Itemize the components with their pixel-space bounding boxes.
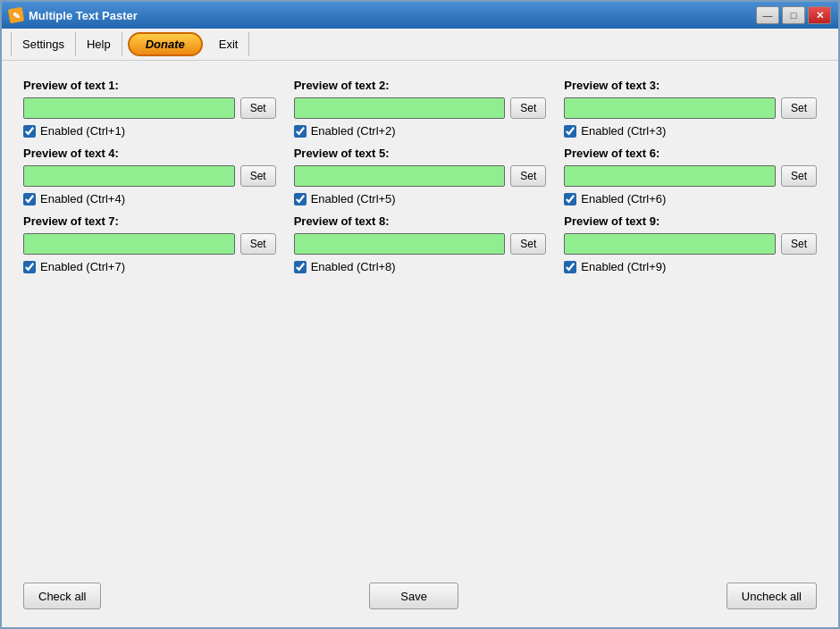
set-button-4[interactable]: Set: [240, 165, 276, 187]
preview-input-4[interactable]: [23, 165, 235, 187]
text-slot-9: Preview of text 9: Set Enabled (Ctrl+9): [564, 214, 817, 273]
save-button[interactable]: Save: [369, 583, 458, 609]
title-bar-left: ✎ Multiple Text Paster: [9, 8, 138, 22]
set-button-2[interactable]: Set: [510, 97, 546, 119]
menu-exit[interactable]: Exit: [208, 32, 250, 56]
set-button-3[interactable]: Set: [781, 97, 817, 119]
app-icon: ✎: [8, 7, 25, 24]
text-slot-5: Preview of text 5: Set Enabled (Ctrl+5): [294, 147, 547, 205]
slot-row-2: Set: [294, 97, 547, 119]
slot-label-4: Preview of text 4:: [23, 147, 276, 160]
slot-row-6: Set: [564, 165, 817, 187]
checkbox-row-7: Enabled (Ctrl+7): [23, 260, 276, 273]
checkbox-row-1: Enabled (Ctrl+1): [23, 124, 276, 138]
checkbox-row-9: Enabled (Ctrl+9): [564, 260, 817, 273]
enabled-checkbox-8[interactable]: [294, 261, 307, 273]
window-title: Multiple Text Paster: [29, 9, 138, 22]
bottom-center: Save: [101, 583, 726, 609]
enabled-checkbox-3[interactable]: [564, 125, 576, 138]
set-button-1[interactable]: Set: [240, 97, 276, 119]
text-slot-7: Preview of text 7: Set Enabled (Ctrl+7): [23, 214, 276, 273]
menu-donate[interactable]: Donate: [128, 32, 203, 56]
maximize-button[interactable]: □: [782, 6, 805, 24]
bottom-bar: Check all Save Uncheck all: [2, 574, 838, 627]
set-button-7[interactable]: Set: [240, 233, 276, 255]
set-button-9[interactable]: Set: [781, 233, 817, 255]
set-button-8[interactable]: Set: [510, 233, 546, 255]
enabled-checkbox-1[interactable]: [23, 125, 36, 138]
title-bar-buttons: — □ ✕: [756, 6, 831, 24]
enabled-label-2: Enabled (Ctrl+2): [311, 124, 396, 138]
checkbox-row-8: Enabled (Ctrl+8): [294, 260, 547, 273]
enabled-checkbox-5[interactable]: [294, 193, 307, 205]
slot-label-5: Preview of text 5:: [294, 147, 547, 160]
preview-input-6[interactable]: [564, 165, 776, 187]
text-slot-8: Preview of text 8: Set Enabled (Ctrl+8): [294, 214, 547, 273]
uncheck-all-button[interactable]: Uncheck all: [727, 583, 817, 609]
slot-label-3: Preview of text 3:: [564, 79, 817, 92]
text-slot-6: Preview of text 6: Set Enabled (Ctrl+6): [564, 147, 817, 205]
text-slot-2: Preview of text 2: Set Enabled (Ctrl+2): [294, 79, 547, 138]
enabled-label-1: Enabled (Ctrl+1): [40, 124, 125, 138]
slot-row-7: Set: [23, 233, 276, 255]
text-slot-4: Preview of text 4: Set Enabled (Ctrl+4): [23, 147, 276, 205]
enabled-label-9: Enabled (Ctrl+9): [581, 260, 666, 273]
checkbox-row-5: Enabled (Ctrl+5): [294, 192, 547, 205]
text-slot-3: Preview of text 3: Set Enabled (Ctrl+3): [564, 79, 817, 138]
menu-bar: Settings Help Donate Exit: [2, 29, 838, 61]
preview-input-8[interactable]: [294, 233, 506, 255]
text-slot-1: Preview of text 1: Set Enabled (Ctrl+1): [23, 79, 276, 138]
preview-input-2[interactable]: [294, 97, 506, 119]
enabled-checkbox-7[interactable]: [23, 261, 36, 273]
checkbox-row-2: Enabled (Ctrl+2): [294, 124, 547, 138]
preview-input-3[interactable]: [564, 97, 776, 119]
check-all-button[interactable]: Check all: [23, 583, 101, 609]
enabled-checkbox-6[interactable]: [564, 193, 576, 205]
minimize-button[interactable]: —: [756, 6, 779, 24]
slots-grid: Preview of text 1: Set Enabled (Ctrl+1) …: [23, 79, 817, 273]
enabled-label-4: Enabled (Ctrl+4): [40, 192, 125, 205]
slot-row-4: Set: [23, 165, 276, 187]
preview-input-5[interactable]: [294, 165, 506, 187]
content-area: Preview of text 1: Set Enabled (Ctrl+1) …: [2, 61, 838, 574]
slot-label-1: Preview of text 1:: [23, 79, 276, 92]
slot-label-8: Preview of text 8:: [294, 214, 547, 228]
slot-row-5: Set: [294, 165, 547, 187]
slot-row-8: Set: [294, 233, 547, 255]
set-button-6[interactable]: Set: [781, 165, 817, 187]
enabled-label-5: Enabled (Ctrl+5): [311, 192, 396, 205]
enabled-checkbox-4[interactable]: [23, 193, 36, 205]
title-bar: ✎ Multiple Text Paster — □ ✕: [2, 2, 838, 29]
close-button[interactable]: ✕: [808, 6, 831, 24]
slot-label-6: Preview of text 6:: [564, 147, 817, 160]
main-window: ✎ Multiple Text Paster — □ ✕ Settings He…: [0, 0, 840, 629]
slot-row-3: Set: [564, 97, 817, 119]
enabled-label-6: Enabled (Ctrl+6): [581, 192, 666, 205]
enabled-checkbox-2[interactable]: [294, 125, 307, 138]
menu-help[interactable]: Help: [76, 32, 122, 56]
set-button-5[interactable]: Set: [510, 165, 546, 187]
slot-row-9: Set: [564, 233, 817, 255]
enabled-label-8: Enabled (Ctrl+8): [311, 260, 396, 273]
enabled-label-7: Enabled (Ctrl+7): [40, 260, 125, 273]
slot-row-1: Set: [23, 97, 276, 119]
enabled-label-3: Enabled (Ctrl+3): [581, 124, 666, 138]
checkbox-row-3: Enabled (Ctrl+3): [564, 124, 817, 138]
slot-label-9: Preview of text 9:: [564, 214, 817, 228]
preview-input-9[interactable]: [564, 233, 776, 255]
slot-label-7: Preview of text 7:: [23, 214, 276, 228]
enabled-checkbox-9[interactable]: [564, 261, 576, 273]
menu-settings[interactable]: Settings: [11, 32, 76, 56]
preview-input-7[interactable]: [23, 233, 235, 255]
checkbox-row-6: Enabled (Ctrl+6): [564, 192, 817, 205]
preview-input-1[interactable]: [23, 97, 235, 119]
slot-label-2: Preview of text 2:: [294, 79, 547, 92]
checkbox-row-4: Enabled (Ctrl+4): [23, 192, 276, 205]
